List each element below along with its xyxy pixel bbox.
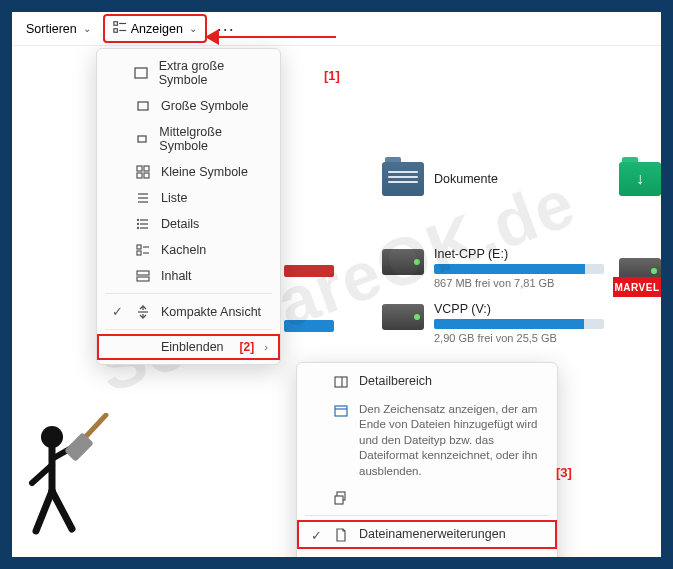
svg-rect-5 [138, 102, 148, 110]
menu-separator [105, 329, 272, 330]
content-icon [135, 269, 151, 283]
eye-icon [333, 557, 349, 559]
svg-line-40 [36, 491, 52, 531]
svg-rect-22 [137, 251, 141, 255]
detail-pane-icon [333, 375, 349, 389]
usage-bar-fragment [284, 320, 334, 332]
menu-item-extra-large-icons[interactable]: Extra große Symbole [97, 53, 280, 93]
annotation-arrow [216, 30, 336, 44]
submenu-item-hidden-items[interactable]: ✓ Ausgeblendete Elemente [297, 549, 557, 559]
menu-label: Mittelgroße Symbole [159, 125, 268, 153]
sort-button[interactable]: Sortieren ⌄ [18, 18, 99, 40]
menu-label: Extra große Symbole [159, 59, 268, 87]
chevron-right-icon: › [264, 341, 268, 353]
toolbar: Sortieren ⌄ Anzeigen ⌄ ··· [12, 12, 661, 46]
svg-line-41 [52, 491, 72, 529]
menu-label: Inhalt [161, 269, 192, 283]
drive-e[interactable]: Inet-CPP (E:) 867 MB frei von 7,81 GB [382, 247, 604, 289]
drive-usage-bar [434, 319, 604, 329]
svg-rect-43 [64, 432, 94, 462]
marvel-badge: MARVEL [613, 277, 661, 297]
tiles-icon [135, 243, 151, 257]
menu-item-large-icons[interactable]: Große Symbole [97, 93, 280, 119]
sort-label: Sortieren [26, 22, 77, 36]
check-icon: ✓ [309, 557, 323, 559]
view-menu: Extra große Symbole Große Symbole Mittel… [96, 48, 281, 365]
folder-downloads[interactable]: ↓ [619, 162, 661, 196]
drive-body: VCPP (V:) 2,90 GB frei von 25,5 GB [434, 302, 604, 344]
drive-v[interactable]: VCPP (V:) 2,90 GB frei von 25,5 GB [382, 302, 604, 344]
drive-free-text: 2,90 GB frei von 25,5 GB [434, 332, 604, 344]
svg-rect-2 [114, 29, 118, 33]
menu-item-details[interactable]: Details [97, 211, 280, 237]
small-icons-icon [135, 165, 151, 179]
copy-icon [333, 491, 349, 505]
drive-body: Inet-CPP (E:) 867 MB frei von 7,81 GB [434, 247, 604, 289]
svg-rect-6 [138, 136, 146, 142]
svg-point-19 [138, 228, 139, 229]
svg-rect-0 [114, 22, 118, 26]
svg-rect-4 [135, 68, 147, 78]
menu-item-show-submenu[interactable]: Einblenden [2] › [97, 334, 280, 360]
tooltip-text: Den Zeichensatz anzeigen, der am Ende vo… [359, 402, 545, 480]
menu-item-small-icons[interactable]: Kleine Symbole [97, 159, 280, 185]
check-icon: ✓ [309, 528, 323, 543]
folder-label: Dokumente [434, 172, 498, 186]
menu-label: Liste [161, 191, 187, 205]
submenu-item-file-extensions[interactable]: ✓ Dateinamenerweiterungen [297, 520, 557, 549]
callout-2: [2] [240, 340, 255, 354]
view-label: Anzeigen [131, 22, 183, 36]
drive-usage-bar [434, 264, 604, 274]
menu-item-tiles[interactable]: Kacheln [97, 237, 280, 263]
extra-large-icons-icon [134, 66, 149, 80]
menu-label: Details [161, 217, 199, 231]
menu-item-compact-view[interactable]: ✓Kompakte Ansicht [97, 298, 280, 325]
menu-label: Kleine Symbole [161, 165, 248, 179]
menu-item-medium-icons[interactable]: Mittelgroße Symbole [97, 119, 280, 159]
menu-label: Kacheln [161, 243, 206, 257]
menu-separator [105, 293, 272, 294]
svg-point-17 [138, 220, 139, 221]
svg-rect-10 [144, 173, 149, 178]
usage-bar-fragment [284, 265, 334, 277]
show-submenu: Detailbereich Den Zeichensatz anzeigen, … [296, 362, 558, 559]
menu-item-list[interactable]: Liste [97, 185, 280, 211]
check-icon: ✓ [109, 304, 125, 319]
folder-documents[interactable]: Dokumente [382, 162, 498, 196]
callout-3: [3] [556, 465, 572, 480]
svg-point-18 [138, 224, 139, 225]
svg-rect-34 [335, 496, 343, 504]
menu-label: Ausgeblendete Elemente [359, 555, 545, 559]
folder-icon [382, 162, 424, 196]
drive-icon [382, 304, 424, 330]
drive-name: Inet-CPP (E:) [434, 247, 604, 261]
svg-rect-20 [137, 245, 141, 249]
svg-rect-8 [144, 166, 149, 171]
medium-icons-icon [134, 132, 149, 146]
layout-icon [113, 20, 127, 37]
drive-icon [382, 249, 424, 275]
list-icon [135, 191, 151, 205]
drive-free-text: 867 MB frei von 7,81 GB [434, 277, 604, 289]
details-icon [135, 217, 151, 231]
drive-name: VCPP (V:) [434, 302, 604, 316]
menu-item-content[interactable]: Inhalt [97, 263, 280, 289]
info-panel-icon [333, 404, 349, 418]
download-folder-icon: ↓ [619, 162, 661, 196]
submenu-item-detail-pane[interactable]: Detailbereich [297, 367, 557, 396]
menu-label: Kompakte Ansicht [161, 305, 261, 319]
svg-rect-7 [137, 166, 142, 171]
view-button[interactable]: Anzeigen ⌄ [103, 14, 207, 43]
chevron-down-icon: ⌄ [83, 23, 91, 34]
compact-icon [135, 305, 151, 319]
file-icon [333, 528, 349, 542]
svg-rect-25 [137, 277, 149, 281]
large-icons-icon [135, 99, 151, 113]
menu-label: Große Symbole [161, 99, 249, 113]
chevron-down-icon: ⌄ [189, 23, 197, 34]
stick-figure-illustration [22, 413, 112, 543]
submenu-copy-icon-row [297, 483, 557, 511]
menu-label: Einblenden [161, 340, 224, 354]
svg-rect-24 [137, 271, 149, 275]
menu-separator [305, 515, 549, 516]
